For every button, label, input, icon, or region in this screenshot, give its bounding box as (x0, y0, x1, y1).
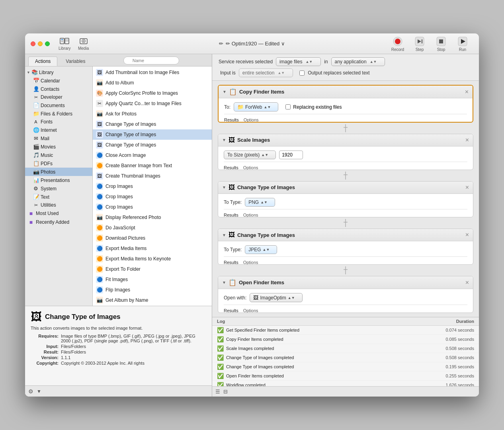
tree-item-developer[interactable]: ✂Developer (25, 93, 92, 101)
copy-results-tab[interactable]: Results (224, 117, 239, 123)
action-flip[interactable]: 🔵Flip Images (93, 285, 212, 295)
close-jpeg-button[interactable]: × (465, 231, 469, 238)
close-open-button[interactable]: × (465, 279, 469, 286)
tree-item-calendar[interactable]: 📅Calendar (25, 76, 92, 85)
forweb-dropdown[interactable]: 📁 ForWeb ▲▼ (234, 102, 278, 111)
tree-item-most-used[interactable]: ■Most Used (25, 209, 92, 218)
png-options-tab[interactable]: Options (243, 213, 258, 217)
left-columns: ▼ 📚 Library 📅Calendar 👤Contacts ✂Develop… (25, 66, 212, 306)
collapse-png-icon[interactable]: ▼ (222, 185, 226, 190)
action-add-thumbnail[interactable]: 🖼Add Thumbnail Icon to Image Files (93, 67, 212, 78)
tree-item-utilities[interactable]: ✂Utilities (25, 201, 92, 209)
action-display-photo[interactable]: 📷Display Referenced Photo (93, 212, 212, 223)
tree-item-presentations[interactable]: 📊Presentations (25, 176, 92, 184)
log-dur-2: 0.508 seconds (434, 346, 474, 351)
png-dropdown[interactable]: PNG ▲▼ (245, 198, 275, 207)
action-create-thumbnail[interactable]: 🖼Create Thumbnail Images (93, 171, 212, 181)
action-change-type-1[interactable]: 🖼Change Type of Images (93, 119, 212, 129)
tree-item-text[interactable]: 📝Text (25, 193, 92, 201)
close-png-button[interactable]: × (465, 184, 469, 191)
image-files-dropdown[interactable]: image files ▲▼ (276, 57, 321, 66)
tree-item-files[interactable]: 📁Files & Folders (25, 109, 92, 118)
collapse-copy-icon[interactable]: ▼ (223, 90, 227, 94)
action-crop-3[interactable]: 🔵Crop Images (93, 202, 212, 212)
library-button[interactable]: Library (55, 35, 74, 52)
tree-item-photos[interactable]: 📷Photos (25, 168, 92, 176)
to-size-dropdown[interactable]: To Size (pixels) ▲▼ (224, 150, 276, 159)
tree-item-system[interactable]: ⚙System (25, 184, 92, 193)
action-crop-1[interactable]: 🔵Crop Images (93, 181, 212, 192)
any-application-dropdown[interactable]: any application ▲▼ (331, 57, 385, 66)
grid-view-button[interactable]: ⊟ (223, 389, 228, 395)
pixel-value-input[interactable] (279, 150, 303, 159)
action-fit[interactable]: 🔵Fit Images (93, 274, 212, 285)
scale-options-tab[interactable]: Options (243, 165, 258, 170)
gear-button[interactable]: ⚙ (28, 388, 33, 395)
tree-item-fonts[interactable]: AFonts (25, 118, 92, 126)
copy-options-tab[interactable]: Options (244, 117, 259, 123)
step-button[interactable]: Step (410, 34, 430, 53)
list-view-button[interactable]: ☰ (215, 389, 220, 395)
action-get-album[interactable]: 📷Get Album by Name (93, 295, 212, 305)
minimize-button[interactable] (38, 41, 43, 46)
action-export-keynote[interactable]: 🟠Export Media Items to Keynote (93, 254, 212, 264)
connector-3 (218, 219, 473, 227)
tree-item-pdfs[interactable]: 📋PDFs (25, 159, 92, 168)
close-button[interactable] (31, 41, 35, 46)
collapse-open-icon[interactable]: ▼ (222, 280, 226, 285)
action-create-banner[interactable]: 🟠Create Banner Image from Text (93, 160, 212, 171)
action-change-type-selected[interactable]: 🖼Change Type of Images (93, 129, 212, 140)
tree-item-movies[interactable]: 🎬Movies (25, 143, 92, 151)
action-export-media[interactable]: 🔵Export Media Items (93, 243, 212, 254)
action-crop-2[interactable]: 🔵Crop Images (93, 192, 212, 202)
tree-item-internet[interactable]: 🌐Internet (25, 126, 92, 134)
action-close-acorn[interactable]: 🔵Close Acorn Image (93, 150, 212, 160)
card-copy-finder-items: ▼ 📋 Copy Finder Items × To: 📁 ForWeb ▲▼ (218, 85, 473, 123)
open-options-tab[interactable]: Options (243, 308, 258, 313)
record-icon (392, 35, 404, 47)
action-add-album[interactable]: 📷Add to Album (93, 78, 212, 88)
main-window: Library Media ✏ ✏ Optim1920 — Edited ∨ R… (25, 33, 479, 397)
collapse-scale-icon[interactable]: ▼ (222, 138, 226, 142)
app-arrow: ▲▼ (370, 60, 377, 64)
record-button[interactable]: Record (387, 34, 408, 53)
open-results-tab[interactable]: Results (224, 308, 238, 313)
action-javascript[interactable]: 🟠Do JavaScript (93, 223, 212, 233)
search-input[interactable] (123, 57, 179, 64)
action-change-type-3[interactable]: 🖼Change Type of Images (93, 140, 212, 150)
jpeg-results-tab[interactable]: Results (224, 260, 238, 265)
tab-actions[interactable]: Actions (28, 57, 57, 66)
tab-variables[interactable]: Variables (59, 57, 92, 66)
tree-parent-library[interactable]: ▼ 📚 Library (25, 68, 92, 76)
scale-results-tab[interactable]: Results (224, 165, 238, 170)
jpeg-dropdown[interactable]: JPEG ▲▼ (245, 245, 277, 254)
log-dur-4: 0.195 seconds (434, 364, 474, 369)
card-scale-images: ▼ 🖼 Scale Images × To Size (pixels) ▲▼ (218, 134, 473, 170)
tree-item-contacts[interactable]: 👤Contacts (25, 85, 92, 93)
entire-selection-dropdown[interactable]: entire selection ▲▼ (239, 68, 293, 77)
jpeg-options-tab[interactable]: Options (243, 260, 258, 265)
maximize-button[interactable] (45, 41, 50, 46)
replacing-checkbox[interactable] (285, 104, 291, 109)
action-quartz[interactable]: ✂Apply Quartz Co...ter to Image Files (93, 98, 212, 109)
stop-button[interactable]: Stop (431, 34, 451, 53)
action-colorsync[interactable]: 🎨Apply ColorSync Profile to Images (93, 88, 212, 98)
close-scale-button[interactable]: × (465, 137, 469, 144)
imageoptim-dropdown[interactable]: 🖼 ImageOptim ▲▼ (250, 293, 302, 302)
action-download[interactable]: 🟠Download Pictures (93, 233, 212, 243)
tree-item-mail[interactable]: ✉Mail (25, 134, 92, 143)
png-results-tab[interactable]: Results (224, 213, 238, 217)
open-finder-title: Open Finder Items (239, 280, 463, 285)
chevron-down-icon[interactable]: ▼ (37, 389, 41, 394)
output-replaces-checkbox[interactable] (299, 70, 305, 76)
action-ask-photos[interactable]: 📷Ask for Photos (93, 109, 212, 119)
collapse-jpeg-icon[interactable]: ▼ (222, 233, 226, 237)
scale-images-title: Scale Images (237, 137, 463, 143)
tree-item-documents[interactable]: 📄Documents (25, 101, 92, 109)
tree-item-recently-added[interactable]: ■Recently Added (25, 218, 92, 227)
close-copy-button[interactable]: × (465, 88, 469, 96)
run-button[interactable]: Run (453, 34, 473, 53)
media-button[interactable]: Media (75, 35, 92, 52)
action-export-folder[interactable]: 🟠Export To Folder (93, 264, 212, 274)
tree-item-music[interactable]: 🎵Music (25, 151, 92, 159)
